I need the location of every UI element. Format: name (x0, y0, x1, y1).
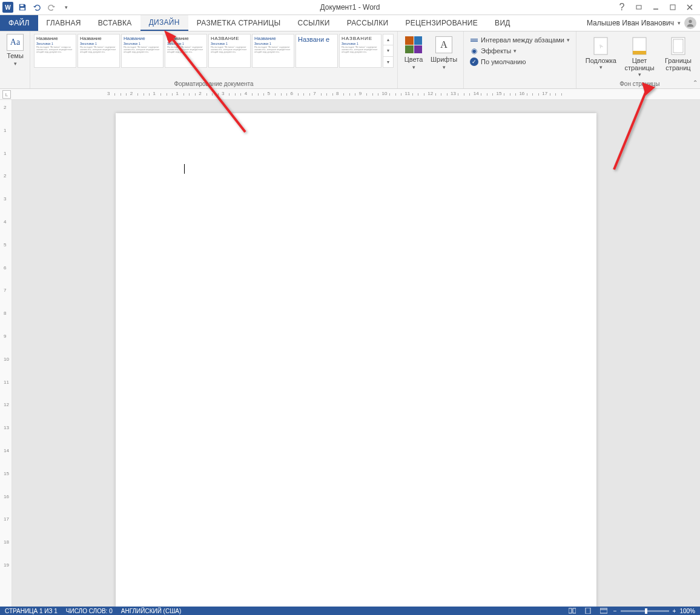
vertical-ruler[interactable]: 2112345678910111213141516171819 (0, 100, 12, 607)
themes-button[interactable]: Aa Темы ▾ (4, 34, 27, 67)
gallery-down-icon[interactable]: ▾ (383, 45, 393, 56)
svg-rect-12 (569, 608, 572, 613)
style-item[interactable]: НазваниеЗаголовок 1На вкладке "Вставка" … (34, 34, 76, 68)
svg-rect-1 (21, 8, 25, 10)
svg-rect-9 (633, 51, 646, 54)
gallery-up-icon[interactable]: ▴ (383, 35, 393, 45)
chevron-down-icon: ▾ (412, 64, 415, 70)
ribbon-display-icon[interactable] (631, 1, 647, 13)
user-dropdown-icon[interactable]: ▾ (678, 20, 681, 26)
status-bar: СТРАНИЦА 1 ИЗ 1 ЧИСЛО СЛОВ: 0 АНГЛИЙСКИЙ… (0, 607, 700, 615)
tab-selector[interactable]: L (2, 90, 11, 99)
watermark-icon: A (592, 35, 610, 57)
group-spacing: Интервал между абзацами▾ ◉ Эффекты▾ ✓ По… (464, 31, 576, 88)
avatar-icon[interactable] (684, 17, 696, 29)
zoom-slider[interactable] (621, 610, 669, 612)
themes-icon: Aa (7, 34, 24, 51)
group-label: Фон страницы (579, 81, 700, 87)
themes-label: Темы (7, 52, 24, 59)
status-page[interactable]: СТРАНИЦА 1 ИЗ 1 (5, 608, 58, 614)
qat-more-icon[interactable]: ▾ (61, 2, 71, 13)
page-scroll-area[interactable] (12, 100, 700, 607)
colors-icon (404, 35, 423, 54)
close-icon[interactable] (682, 1, 698, 13)
page-color-button[interactable]: Цвет страницы ▾ (620, 34, 659, 79)
watermark-button[interactable]: A Подложка ▾ (583, 34, 619, 79)
title-bar: W ▾ Документ1 - Word ? (0, 0, 700, 15)
redo-icon[interactable] (46, 2, 57, 13)
tab-insert[interactable]: ВСТАВКА (90, 15, 140, 31)
document-page[interactable] (116, 113, 596, 607)
fonts-icon: A (434, 35, 454, 54)
style-gallery: НазваниеЗаголовок 1На вкладке "Вставка" … (34, 34, 394, 70)
text-cursor (184, 164, 185, 174)
status-words[interactable]: ЧИСЛО СЛОВ: 0 (66, 608, 113, 614)
style-item[interactable]: НазваниеЗаголовок 1На вкладке "Вставка" … (208, 34, 251, 68)
tab-layout[interactable]: РАЗМЕТКА СТРАНИЦЫ (188, 15, 289, 31)
tab-references[interactable]: ССЫЛКИ (289, 15, 338, 31)
gallery-more-icon[interactable]: ▾ (383, 56, 393, 67)
status-language[interactable]: АНГЛИЙСКИЙ (США) (121, 608, 182, 614)
colors-button[interactable]: Цвета ▾ (401, 34, 426, 71)
window-controls: ? (614, 1, 700, 13)
document-title: Документ1 - Word (320, 3, 380, 12)
minimize-icon[interactable] (648, 1, 664, 13)
tab-file[interactable]: ФАЙЛ (0, 15, 38, 31)
svg-point-5 (688, 20, 692, 23)
collapse-ribbon-icon[interactable]: ⌃ (693, 79, 698, 86)
style-item[interactable]: НАЗВАНИЕЗаголовок 1На вкладке "Вставка" … (339, 34, 381, 68)
style-item[interactable]: НазваниеЗаголовок 1На вкладке "Вставка" … (121, 34, 163, 68)
zoom-out-icon[interactable]: − (613, 608, 617, 614)
help-icon[interactable]: ? (614, 1, 630, 13)
svg-rect-13 (573, 608, 576, 613)
save-icon[interactable] (17, 2, 28, 13)
fonts-button[interactable]: A Шрифты ▾ (428, 34, 460, 71)
undo-icon[interactable] (31, 2, 42, 13)
svg-rect-15 (600, 608, 607, 613)
svg-rect-14 (586, 608, 590, 614)
horizontal-ruler[interactable]: L 3211234567891011121314151617 (0, 89, 700, 100)
user-area[interactable]: Малышев Иван Иванович ▾ (587, 15, 700, 31)
tab-view[interactable]: ВИД (486, 15, 519, 31)
style-item[interactable]: НазваниеЗаголовок 1На вкладке "Вставка" … (165, 34, 207, 68)
check-icon: ✓ (470, 58, 478, 66)
zoom-level[interactable]: 100% (679, 608, 695, 614)
maximize-icon[interactable] (665, 1, 681, 13)
group-colors-fonts: Цвета ▾ A Шрифты ▾ (398, 31, 464, 88)
spacing-icon (470, 36, 478, 44)
effects-icon: ◉ (470, 47, 478, 55)
group-label: Форматирование документа (30, 81, 397, 87)
gallery-scroll: ▴ ▾ ▾ (383, 34, 394, 68)
word-icon: W (2, 2, 13, 13)
tab-mailings[interactable]: РАССЫЛКИ (338, 15, 397, 31)
view-web-icon[interactable] (598, 607, 610, 614)
chevron-down-icon: ▾ (599, 64, 603, 70)
style-item[interactable]: НазваниеЗаголовок 1На вкладке "Вставка" … (78, 34, 120, 68)
view-read-icon[interactable] (566, 607, 578, 614)
style-item[interactable]: НазваниеЗаголовок 1На вкладке "Вставка" … (252, 34, 294, 68)
zoom-in-icon[interactable]: + (673, 608, 676, 614)
chevron-down-icon: ▾ (14, 61, 17, 67)
tab-design[interactable]: ДИЗАЙН (140, 15, 188, 31)
style-item[interactable]: Названи е (296, 34, 338, 68)
svg-rect-4 (670, 5, 675, 10)
quick-access-toolbar: W ▾ (0, 2, 71, 13)
svg-rect-0 (21, 5, 24, 7)
group-themes: Aa Темы ▾ (0, 31, 30, 88)
chevron-down-icon: ▾ (443, 64, 446, 70)
tab-review[interactable]: РЕЦЕНЗИРОВАНИЕ (397, 15, 486, 31)
tab-home[interactable]: ГЛАВНАЯ (38, 15, 90, 31)
view-print-icon[interactable] (582, 607, 594, 614)
effects-button[interactable]: ◉ Эффекты▾ (467, 46, 572, 56)
chevron-down-icon: ▾ (638, 71, 641, 77)
group-page-background: A Подложка ▾ Цвет страницы ▾ Границы стр… (579, 31, 700, 88)
svg-rect-2 (636, 5, 641, 9)
group-doc-formatting: НазваниеЗаголовок 1На вкладке "Вставка" … (30, 31, 398, 88)
user-name: Малышев Иван Иванович (587, 19, 674, 27)
page-borders-button[interactable]: Границы страниц (660, 34, 696, 79)
page-borders-icon (669, 35, 687, 57)
ribbon: Aa Темы ▾ НазваниеЗаголовок 1На вкладке … (0, 31, 700, 89)
paragraph-spacing-button[interactable]: Интервал между абзацами▾ (467, 35, 572, 45)
workspace: 2112345678910111213141516171819 (0, 100, 700, 607)
set-default-button[interactable]: ✓ По умолчанию (467, 57, 572, 67)
